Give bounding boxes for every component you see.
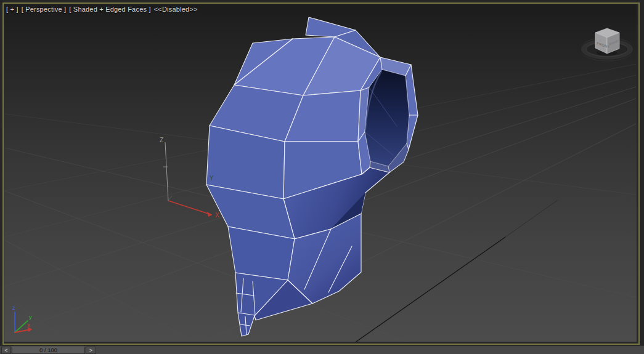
max-viewport-window: Z X Y z y x FRONT RIGHT xyxy=(0,0,644,354)
previous-frame-button[interactable]: < xyxy=(1,347,11,354)
gizmo-z-label: Z xyxy=(160,137,163,143)
viewport-canvas[interactable]: Z X Y z y x FRONT RIGHT xyxy=(4,4,637,342)
time-slider-track[interactable] xyxy=(97,347,644,354)
time-slider-bar: < 0 / 100 > xyxy=(0,345,644,354)
viewport-status-disabled: <<Disabled>> xyxy=(154,6,198,13)
world-y-label: y xyxy=(29,314,32,320)
next-frame-button[interactable]: > xyxy=(86,347,96,354)
world-z-label: z xyxy=(12,305,15,311)
world-x-label: x xyxy=(27,322,30,328)
viewport-label: [ + ][ Perspective ][ Shaded + Edged Fac… xyxy=(6,6,201,14)
viewport-menu-pov[interactable]: [ Perspective ] xyxy=(22,6,67,13)
viewport-menu-general[interactable]: [ + ] xyxy=(6,6,18,13)
time-slider-handle[interactable]: 0 / 100 xyxy=(12,347,85,354)
viewport-menu-shading[interactable]: [ Shaded + Edged Faces ] xyxy=(69,6,150,13)
gizmo-y-label: Y xyxy=(210,175,214,182)
gizmo-x-label: X xyxy=(215,212,219,219)
